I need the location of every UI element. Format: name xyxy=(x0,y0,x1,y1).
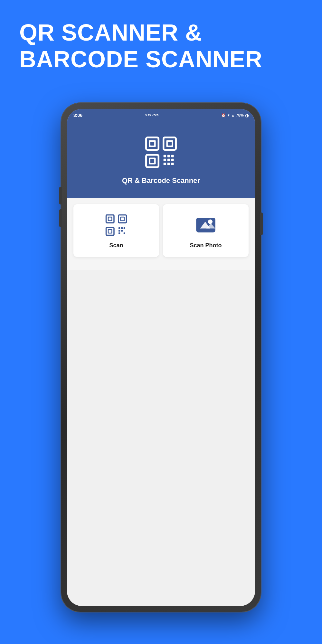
svg-rect-15 xyxy=(164,163,166,165)
battery-icon: ◑ xyxy=(245,113,249,118)
svg-rect-26 xyxy=(109,230,111,233)
svg-rect-10 xyxy=(167,155,170,157)
app-content: Scan Scan Photo xyxy=(67,198,255,270)
svg-rect-30 xyxy=(118,230,120,232)
app-header: QR & Barcode Scanner xyxy=(67,122,255,198)
scan-label: Scan xyxy=(109,242,123,249)
svg-rect-28 xyxy=(121,227,123,229)
app-title: QR & Barcode Scanner xyxy=(122,176,200,185)
svg-rect-12 xyxy=(164,159,166,161)
signal-icon: ▲ xyxy=(231,113,235,117)
svg-rect-8 xyxy=(150,159,154,163)
svg-rect-14 xyxy=(171,159,174,161)
phone-shell: 3:06 3.23 KB/S ⏰ ✴ ▲ 78% ◑ xyxy=(61,103,261,612)
status-bar: 3:06 3.23 KB/S ⏰ ✴ ▲ 78% ◑ xyxy=(67,109,255,122)
svg-rect-20 xyxy=(109,217,111,220)
scan-card[interactable]: Scan xyxy=(73,204,159,257)
bluetooth-icon: ✴ xyxy=(227,113,230,118)
svg-point-37 xyxy=(208,220,213,224)
svg-rect-16 xyxy=(167,163,170,165)
svg-rect-32 xyxy=(118,232,120,234)
action-grid: Scan Scan Photo xyxy=(73,204,249,257)
svg-rect-9 xyxy=(164,155,166,157)
scan-photo-label: Scan Photo xyxy=(190,242,222,249)
app-headline: QR SCANNER & BARCODE SCANNER xyxy=(19,19,303,73)
svg-rect-29 xyxy=(124,227,125,229)
battery-text: 78% xyxy=(236,113,244,118)
svg-rect-27 xyxy=(118,227,120,229)
svg-rect-13 xyxy=(167,159,170,161)
phone-mockup: 3:06 3.23 KB/S ⏰ ✴ ▲ 78% ◑ xyxy=(61,103,261,612)
svg-rect-17 xyxy=(171,163,174,165)
status-time: 3:06 xyxy=(73,113,82,118)
data-speed: 3.23 KB/S xyxy=(145,114,159,117)
volume-down-button xyxy=(59,209,62,227)
status-center: 3.23 KB/S xyxy=(145,114,159,117)
svg-rect-5 xyxy=(168,142,172,146)
qr-scan-icon xyxy=(105,214,128,236)
status-right: ⏰ ✴ ▲ 78% ◑ xyxy=(221,113,249,118)
phone-screen: 3:06 3.23 KB/S ⏰ ✴ ▲ 78% ◑ xyxy=(67,109,255,606)
power-button xyxy=(260,213,263,235)
headline-line2: BARCODE SCANNER xyxy=(19,46,262,72)
volume-up-button xyxy=(59,187,62,204)
svg-rect-11 xyxy=(171,155,174,157)
qr-icon-large xyxy=(143,135,179,170)
image-icon xyxy=(194,214,217,236)
alarm-icon: ⏰ xyxy=(221,113,226,118)
headline-line1: QR SCANNER & xyxy=(19,20,202,45)
svg-rect-31 xyxy=(121,230,123,232)
svg-rect-2 xyxy=(150,142,154,146)
scan-photo-card[interactable]: Scan Photo xyxy=(163,204,249,257)
svg-rect-33 xyxy=(124,232,125,234)
svg-rect-23 xyxy=(121,217,124,220)
